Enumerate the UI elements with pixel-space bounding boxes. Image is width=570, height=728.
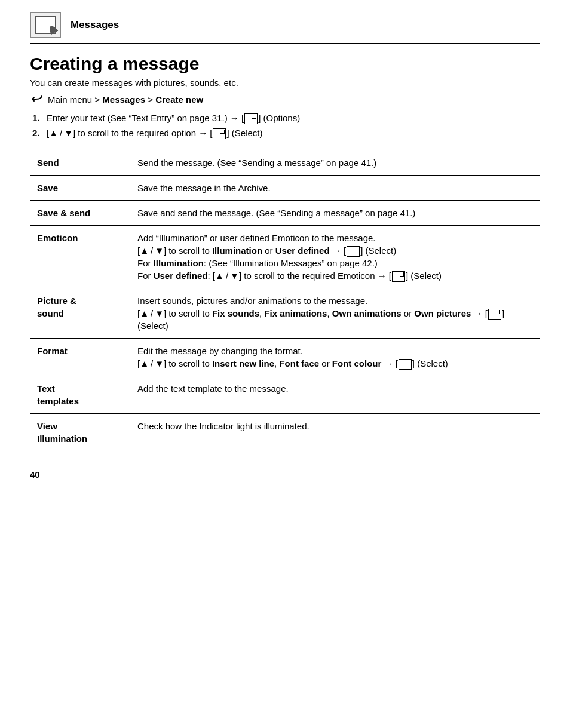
- step-2-num: 2.: [30, 128, 47, 139]
- option-desc-save-send: Save and send the message. (See “Sending…: [125, 201, 540, 226]
- subtitle: You can create messages with pictures, s…: [30, 78, 540, 88]
- option-label-view-illumination: ViewIllumination: [30, 414, 125, 451]
- option-label-text-templates: Texttemplates: [30, 376, 125, 414]
- steps-list: 1. Enter your text (See “Text Entry” on …: [30, 113, 540, 139]
- option-desc-emoticon: Add “Illumination” or user defined Emoti…: [125, 226, 540, 288]
- menu-path: Main menu > Messages > Create new: [30, 94, 540, 105]
- pen-icon: [47, 23, 58, 35]
- option-desc-view-illumination: Check how the Indicator light is illumin…: [125, 414, 540, 451]
- table-row: ViewIllumination Check how the Indicator…: [30, 414, 540, 451]
- messages-icon: [30, 12, 61, 38]
- emoticon-btn-icon2: [392, 271, 405, 282]
- step-2: 2. [▲ / ▼] to scroll to the required opt…: [30, 128, 540, 139]
- option-label-save: Save: [30, 176, 125, 201]
- table-row: Picture &sound Insert sounds, pictures a…: [30, 288, 540, 339]
- option-label-picture-sound: Picture &sound: [30, 288, 125, 339]
- option-label-save-send: Save & send: [30, 201, 125, 226]
- page-number: 40: [30, 469, 540, 480]
- step-1: 1. Enter your text (See “Text Entry” on …: [30, 113, 540, 124]
- option-desc-format: Edit the message by changing the format.…: [125, 339, 540, 376]
- option-desc-picture-sound: Insert sounds, pictures and/or animation…: [125, 288, 540, 339]
- format-btn-icon: [399, 359, 412, 370]
- picture-btn-icon: [488, 309, 501, 320]
- emoticon-btn-icon1: [347, 246, 360, 257]
- option-desc-save: Save the message in the Archive.: [125, 176, 540, 201]
- options-table: Send Send the message. (See “Sending a m…: [30, 150, 540, 451]
- table-row: Save & send Save and send the message. (…: [30, 201, 540, 226]
- page-header: Messages: [30, 12, 540, 44]
- menu-path-text: Main menu > Messages > Create new: [48, 94, 203, 105]
- option-desc-send: Send the message. (See “Sending a messag…: [125, 150, 540, 176]
- select-button-icon: [213, 128, 226, 139]
- step-2-text: [▲ / ▼] to scroll to the required option…: [47, 128, 263, 139]
- option-label-emoticon: Emoticon: [30, 226, 125, 288]
- table-row: Texttemplates Add the text template to t…: [30, 376, 540, 414]
- header-title: Messages: [71, 19, 119, 31]
- table-row: Save Save the message in the Archive.: [30, 176, 540, 201]
- option-label-send: Send: [30, 150, 125, 176]
- step-1-text: Enter your text (See “Text Entry” on pag…: [47, 113, 300, 124]
- option-label-format: Format: [30, 339, 125, 376]
- table-row: Format Edit the message by changing the …: [30, 339, 540, 376]
- step-1-num: 1.: [30, 113, 47, 124]
- option-desc-text-templates: Add the text template to the message.: [125, 376, 540, 414]
- page-title: Creating a message: [30, 54, 540, 74]
- table-row: Send Send the message. (See “Sending a m…: [30, 150, 540, 176]
- options-button-icon: [244, 113, 258, 124]
- table-row: Emoticon Add “Illumination” or user defi…: [30, 226, 540, 288]
- return-arrow-icon: [30, 94, 43, 105]
